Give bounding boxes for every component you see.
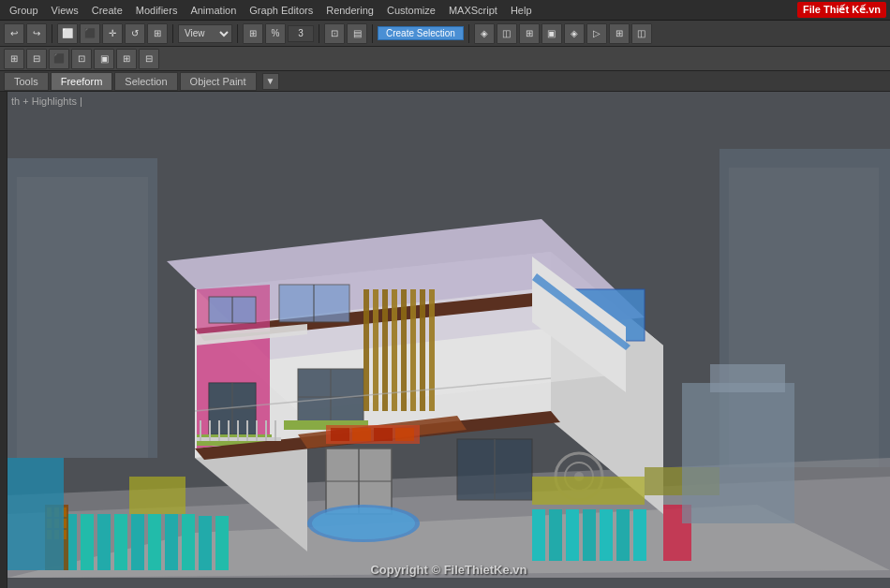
svg-rect-58 [256,420,258,441]
mirror-button[interactable]: ⊡ [324,23,345,44]
svg-rect-40 [352,428,371,441]
render-last-button[interactable]: ◫ [631,23,652,44]
menu-modifiers[interactable]: Modifiers [130,3,184,18]
undo-button[interactable]: ↩ [4,23,24,44]
svg-rect-76 [616,509,630,561]
create-selection-button[interactable]: Create Selection [378,26,464,40]
svg-rect-95 [710,364,785,392]
scale-button[interactable]: ⊞ [147,23,168,44]
schematic-button[interactable]: ⊞ [519,23,540,44]
render-frame-button[interactable]: ⊞ [609,23,630,44]
move-button[interactable]: ✛ [102,23,123,44]
svg-rect-75 [600,509,613,561]
svg-rect-52 [200,420,201,441]
svg-rect-93 [7,458,64,570]
svg-rect-62 [81,514,94,570]
separator-2 [172,24,173,43]
view-mode-select[interactable]: View Screen [178,24,232,43]
svg-rect-94 [682,383,794,523]
tab-dropdown-button[interactable]: ▼ [262,73,279,90]
svg-rect-65 [131,514,144,570]
separator-5 [372,24,373,43]
svg-rect-54 [218,420,220,441]
menu-animation[interactable]: Animation [185,3,242,18]
menu-views[interactable]: Views [46,3,84,18]
render-button[interactable]: ▷ [586,23,607,44]
separator-6 [468,24,469,43]
svg-rect-90 [532,477,645,505]
angle-snap-button[interactable]: % [265,23,286,44]
left-panel [0,92,7,588]
svg-point-89 [312,507,415,539]
separator-4 [319,24,319,43]
svg-rect-2 [17,177,148,458]
svg-rect-68 [182,514,195,570]
svg-rect-70 [215,516,229,570]
numeric-input[interactable] [288,25,314,42]
select-region-button[interactable]: ⬛ [80,23,100,44]
svg-rect-41 [374,428,393,441]
ribbon-tabs: Tools Freeform Selection Object Paint ▼ [0,71,890,92]
select-object-button[interactable]: ⬜ [57,23,78,44]
copyright-text: Copyright © FileThietKe.vn [370,563,527,577]
panel-btn-1[interactable]: ⊞ [4,49,24,69]
svg-rect-33 [420,289,425,411]
render-setup-button[interactable]: ◈ [564,23,585,44]
panel-btn-7[interactable]: ⊟ [139,49,159,69]
named-selection-button[interactable]: ◈ [474,23,495,44]
svg-rect-73 [566,509,579,561]
menu-help[interactable]: Help [505,3,538,18]
svg-rect-28 [373,289,378,411]
scene-container: Copyright © FileThietKe.vn [7,92,890,588]
material-editor-button[interactable]: ▣ [541,23,562,44]
panel-btn-2[interactable]: ⊟ [26,49,47,69]
svg-rect-64 [114,514,127,570]
svg-rect-55 [228,420,230,441]
svg-rect-72 [549,509,562,561]
tab-tools[interactable]: Tools [4,72,49,91]
viewport[interactable]: th + Highlights | [7,92,890,588]
tab-object-paint[interactable]: Object Paint [180,72,257,91]
rotate-button[interactable]: ↺ [125,23,145,44]
menu-bar: Group Views Create Modifiers Animation G… [0,0,890,21]
svg-rect-71 [532,509,545,561]
snap-toggle-button[interactable]: ⊞ [243,23,263,44]
menu-rendering[interactable]: Rendering [320,3,379,18]
toolbar-secondary: ⊞ ⊟ ⬛ ⊡ ▣ ⊞ ⊟ [0,47,890,71]
menu-create[interactable]: Create [86,3,128,18]
svg-rect-74 [583,509,596,561]
svg-rect-53 [209,420,211,441]
tab-selection[interactable]: Selection [114,72,177,91]
svg-rect-42 [395,428,414,441]
svg-rect-77 [633,509,646,561]
toolbar-main: ↩ ↪ ⬜ ⬛ ✛ ↺ ⊞ View Screen ⊞ % ⊡ ▤ Create… [0,21,890,47]
panel-btn-4[interactable]: ⊡ [71,49,92,69]
align-button[interactable]: ▤ [347,23,367,44]
panel-btn-3[interactable]: ⬛ [49,49,69,69]
panel-btn-5[interactable]: ▣ [94,49,114,69]
svg-rect-59 [265,420,267,441]
separator-1 [52,24,52,43]
main-area: th + Highlights | [0,92,890,588]
menu-group[interactable]: Group [4,3,44,18]
svg-rect-66 [148,514,161,570]
viewport-label: th + Highlights | [11,96,82,107]
svg-rect-56 [237,420,239,441]
svg-rect-60 [274,420,276,441]
svg-rect-67 [165,514,178,570]
svg-rect-32 [410,289,416,411]
separator-3 [237,24,238,43]
svg-rect-31 [401,289,407,411]
app-logo: File Thiết Kế.vn [797,2,886,18]
graph-button[interactable]: ◫ [497,23,517,44]
svg-rect-34 [429,289,435,411]
svg-rect-96 [129,477,185,514]
panel-btn-6[interactable]: ⊞ [116,49,137,69]
svg-rect-69 [199,516,212,570]
tab-freeform[interactable]: Freeform [51,72,113,91]
scene-svg [7,92,890,588]
menu-maxscript[interactable]: MAXScript [443,3,503,18]
menu-graph-editors[interactable]: Graph Editors [244,3,319,18]
redo-button[interactable]: ↪ [26,23,47,44]
menu-customize[interactable]: Customize [381,3,441,18]
